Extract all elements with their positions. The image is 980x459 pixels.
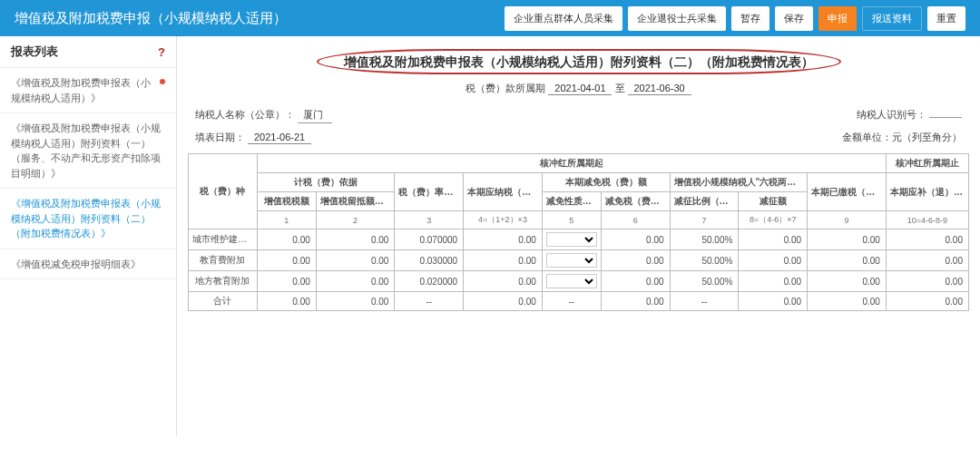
coln-4: 4=（1+2）×3 — [464, 211, 543, 230]
cell[interactable]: 50.00% — [670, 230, 739, 250]
cell: 0.00 — [886, 292, 968, 311]
coln-2: 2 — [316, 211, 395, 230]
cell[interactable]: 0.00 — [808, 230, 887, 250]
cell-select[interactable] — [542, 271, 601, 292]
cell[interactable]: 0.00 — [316, 250, 395, 271]
cell[interactable]: 0.00 — [316, 271, 395, 292]
unit-label: 金额单位：元（列至角分） — [842, 131, 962, 144]
table-colnum-row: 1 2 3 4=（1+2）×3 5 6 7 8=（4-6）×7 9 10=4-6… — [189, 211, 969, 230]
cell[interactable]: 0.030000 — [395, 250, 464, 271]
cell[interactable]: 0.00 — [464, 250, 543, 271]
btn-reset[interactable]: 重置 — [927, 6, 965, 31]
coln-8: 8=（4-6）×7 — [739, 211, 808, 230]
coln-3: 3 — [395, 211, 464, 230]
period-label: 税（费）款所属期 — [466, 83, 545, 93]
btn-tempsave[interactable]: 暂存 — [731, 6, 769, 31]
th-reduce-amt: 减征额 — [739, 192, 808, 211]
period-row: 税（费）款所属期 至 — [188, 82, 969, 95]
row-name-local-edu: 地方教育附加 — [189, 271, 258, 292]
table-total-row: 合计 0.00 0.00 -- 0.00 -- 0.00 -- 0.00 0.0… — [189, 292, 969, 311]
reduction-code-select[interactable] — [546, 253, 597, 268]
cell[interactable]: 0.00 — [257, 230, 316, 250]
cell[interactable]: 0.00 — [464, 230, 543, 250]
period-from-input[interactable] — [548, 83, 612, 95]
cell[interactable]: 0.00 — [464, 271, 543, 292]
cell[interactable]: 0.070000 — [395, 230, 464, 250]
cell[interactable]: 0.00 — [739, 230, 808, 250]
th-vat-amount: 增值税税额 — [257, 192, 316, 211]
sidebar-item-exempt[interactable]: 《增值税减免税申报明细表》 — [0, 249, 176, 280]
sidebar-title: 报表列表 ? — [0, 36, 176, 68]
table-row: 城市维护建设税 0.00 0.00 0.070000 0.00 0.00 50.… — [189, 230, 969, 250]
doc-title-text: 增值税及附加税费申报表（小规模纳税人适用）附列资料（二）（附加税费情况表） — [317, 49, 841, 74]
cell[interactable]: 0.00 — [886, 271, 968, 292]
btn-save[interactable]: 保存 — [775, 6, 813, 31]
page-title: 增值税及附加税费申报（小规模纳税人适用） — [15, 10, 287, 27]
btn-declare[interactable]: 申报 — [818, 6, 857, 31]
period-sep: 至 — [615, 83, 625, 93]
cell: 0.00 — [739, 292, 808, 311]
row-name-total: 合计 — [189, 292, 258, 311]
table-row: 教育费附加 0.00 0.00 0.030000 0.00 0.00 50.00… — [189, 250, 969, 271]
th-policy: 增值税小规模纳税人"六税两费"减征政策 — [670, 173, 808, 192]
cell-select[interactable] — [542, 230, 601, 250]
cell[interactable]: 0.00 — [886, 250, 968, 271]
sidebar-item-label: 《增值税减免税申报明细表》 — [11, 257, 165, 272]
th-period-end: 核冲红所属期止 — [886, 154, 968, 173]
cell[interactable]: 0.00 — [739, 250, 808, 271]
th-tax-basis: 计税（费）依据 — [257, 173, 395, 192]
cell[interactable]: 50.00% — [670, 271, 739, 292]
coln-7: 7 — [670, 211, 739, 230]
cell[interactable]: 0.00 — [316, 230, 395, 250]
cell[interactable]: 0.00 — [257, 250, 316, 271]
taxpayer-name-label: 纳税人名称（公章）： — [195, 109, 295, 120]
main-content: 增值税及附加税费申报表（小规模纳税人适用）附列资料（二）（附加税费情况表） 税（… — [177, 36, 980, 435]
sidebar-item-attachment-2[interactable]: 《增值税及附加税费申报表（小规模纳税人适用）附列资料（二）（附加税费情况表）》 — [0, 189, 176, 249]
header-buttons: 企业重点群体人员采集 企业退役士兵采集 暂存 保存 申报 报送资料 重置 — [505, 6, 965, 31]
taxpayer-id-value — [929, 116, 962, 118]
row-name-edu-fee: 教育费附加 — [189, 250, 258, 271]
sidebar-item-label: 《增值税及附加税费申报表（小规模纳税人适用）附列资料（一）（服务、不动产和无形资… — [11, 121, 165, 181]
btn-send-materials[interactable]: 报送资料 — [862, 6, 922, 31]
reduction-code-select[interactable] — [546, 232, 597, 247]
th-period-start: 核冲红所属期起 — [257, 154, 886, 173]
doc-title: 增值税及附加税费申报表（小规模纳税人适用）附列资料（二）（附加税费情况表） — [188, 49, 969, 74]
cell[interactable]: 0.00 — [601, 250, 670, 271]
cell: 0.00 — [257, 292, 316, 311]
cell: 0.00 — [316, 292, 395, 311]
cell[interactable]: 0.00 — [808, 250, 887, 271]
fill-date-label: 填表日期： — [195, 132, 245, 142]
alert-dot-icon — [160, 79, 165, 84]
sidebar-title-text: 报表列表 — [11, 44, 58, 60]
sidebar-item-attachment-1[interactable]: 《增值税及附加税费申报表（小规模纳税人适用）附列资料（一）（服务、不动产和无形资… — [0, 113, 176, 189]
cell[interactable]: 0.00 — [886, 230, 968, 250]
th-payable: 本期应纳税（费）额 — [464, 173, 543, 211]
date-unit-row: 填表日期： 金额单位：元（列至角分） — [188, 127, 969, 148]
period-to-input[interactable] — [628, 83, 691, 95]
btn-key-personnel[interactable]: 企业重点群体人员采集 — [505, 6, 622, 31]
cell[interactable]: 0.00 — [601, 271, 670, 292]
cell[interactable]: 0.00 — [257, 271, 316, 292]
cell: 0.00 — [601, 292, 670, 311]
th-paid: 本期已缴税（费）额 — [808, 173, 887, 211]
cell[interactable]: 0.020000 — [395, 271, 464, 292]
header-bar: 增值税及附加税费申报（小规模纳税人适用） 企业重点群体人员采集 企业退役士兵采集… — [0, 0, 980, 36]
th-reduction: 本期减免税（费）额 — [542, 173, 670, 192]
table-header-row-1: 税（费）种 核冲红所属期起 核冲红所属期止 — [189, 154, 969, 173]
btn-veteran[interactable]: 企业退役士兵采集 — [628, 6, 726, 31]
help-icon[interactable]: ? — [158, 45, 165, 59]
cell-select[interactable] — [542, 250, 601, 271]
fill-date-input[interactable] — [248, 132, 311, 144]
cell: 0.00 — [464, 292, 543, 311]
reduction-code-select[interactable] — [546, 274, 597, 288]
cell[interactable]: 0.00 — [808, 271, 887, 292]
cell: -- — [670, 292, 739, 311]
sidebar-item-main-form[interactable]: 《增值税及附加税费申报表（小规模纳税人适用）》 — [0, 68, 176, 113]
cell[interactable]: 0.00 — [601, 230, 670, 250]
cell[interactable]: 50.00% — [670, 250, 739, 271]
cell[interactable]: 0.00 — [739, 271, 808, 292]
coln-1: 1 — [257, 211, 316, 230]
coln-5: 5 — [542, 211, 601, 230]
cell: -- — [395, 292, 464, 311]
taxpayer-id-label: 纳税人识别号： — [857, 109, 926, 120]
